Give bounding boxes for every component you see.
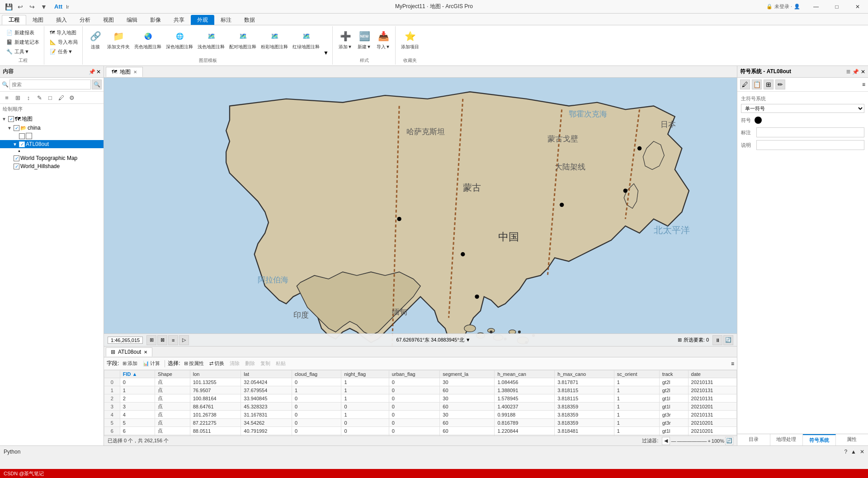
tool-btn[interactable]: 🔧 工具▼: [5, 47, 41, 56]
tab-symbology[interactable]: 符号系统: [803, 434, 836, 445]
table-row[interactable]: 22点100.8816433.940845010301.5789453.8181…: [104, 394, 737, 403]
import-map-btn[interactable]: 🗺 导入地图: [48, 28, 80, 37]
layer-item-topo[interactable]: World Topographic Map: [0, 154, 104, 162]
pin-icon[interactable]: 📌: [89, 69, 95, 75]
pause-btn[interactable]: ⏸: [712, 335, 722, 345]
tab-labeling[interactable]: 标注: [214, 15, 238, 25]
col-lat[interactable]: lat: [241, 370, 292, 378]
tab-view[interactable]: 视图: [97, 15, 120, 25]
map-canvas[interactable]: 蒙古戈壁 哈萨克斯坦 蒙古 大陆架线 中国 北太平洋 日本 阿拉伯海 印度 缅甸…: [104, 78, 737, 346]
symbol-tool1[interactable]: 🖊: [740, 80, 750, 89]
attr-tab-close[interactable]: ✕: [144, 350, 147, 355]
dark-map-btn[interactable]: 🌐 深色地图注释: [164, 28, 195, 57]
undo-btn[interactable]: ↩: [15, 2, 25, 12]
symbol-dot-preview[interactable]: [755, 117, 762, 124]
col-h-max[interactable]: h_max_cano: [555, 370, 614, 378]
tab-insert[interactable]: 插入: [50, 15, 73, 25]
col-segment-la[interactable]: segment_la: [440, 370, 495, 378]
task-btn[interactable]: 📝 任务▼: [48, 47, 80, 56]
import-style-btn[interactable]: 📥 导入▼: [374, 28, 392, 57]
tab-share[interactable]: 共享: [167, 15, 191, 25]
attr-data-table[interactable]: FID ▲ Shape lon lat cloud_flag night_fla…: [104, 370, 737, 436]
tab-appearance[interactable]: 外观: [191, 15, 214, 25]
layer-checkbox-china[interactable]: [14, 125, 19, 131]
group-btn[interactable]: □: [45, 93, 55, 103]
forward-btn[interactable]: ▷: [179, 335, 189, 345]
redgreen-map-btn[interactable]: 🗺️ 红绿地图注释: [291, 28, 321, 57]
minimize-button[interactable]: —: [806, 0, 826, 13]
layer-checkbox-topo[interactable]: [14, 155, 19, 161]
expand-icon-atl[interactable]: ▼: [13, 142, 18, 147]
search-input[interactable]: [9, 80, 91, 89]
tab-project[interactable]: 工程: [2, 15, 26, 25]
table-row[interactable]: 66点88.051140.791992000601.2208443.818481…: [104, 427, 737, 435]
redo-btn[interactable]: ↪: [27, 2, 37, 12]
tab-properties[interactable]: 属性: [836, 434, 868, 445]
scale-selector[interactable]: 1:46,265,015: [108, 337, 143, 344]
add-folder-btn[interactable]: 📁 添加文件夹: [105, 28, 132, 57]
attr-tab-atl[interactable]: ⊞ ATL08out ✕: [106, 347, 152, 356]
col-h-mean[interactable]: h_mean_can: [495, 370, 555, 378]
symbol-menu[interactable]: ≡: [862, 81, 865, 88]
col-date[interactable]: date: [688, 370, 736, 378]
tab-geoprocessing[interactable]: 地理处理: [770, 434, 803, 445]
table-row[interactable]: 11点76.950737.679554110601.3880913.818115…: [104, 386, 737, 394]
table-view-btn[interactable]: ⊞: [13, 93, 23, 103]
tab-analysis[interactable]: 分析: [73, 15, 97, 25]
tab-data[interactable]: 数据: [238, 15, 261, 25]
copy-btn[interactable]: 复制: [259, 360, 272, 367]
tab-edit[interactable]: 编辑: [120, 15, 144, 25]
search-button[interactable]: 🔍: [92, 80, 102, 89]
zoom-extent-btn[interactable]: ⊠: [157, 335, 167, 345]
sidebar-close-icon[interactable]: ✕: [96, 69, 101, 75]
add-style-btn[interactable]: ➕ 添加▼: [336, 28, 354, 57]
delete-btn[interactable]: 删除: [243, 360, 257, 367]
add-layer-btn[interactable]: ✎: [34, 93, 44, 103]
col-lon[interactable]: lon: [190, 370, 241, 378]
refresh-table-btn[interactable]: 🔄: [725, 437, 733, 445]
switch-selection-btn[interactable]: ⇄ 切换: [208, 360, 226, 367]
symbol-tool4[interactable]: ✏: [775, 80, 785, 89]
table-row[interactable]: 55点87.22127534.54262000600.8167893.81835…: [104, 419, 737, 427]
col-night-flag[interactable]: night_flag: [341, 370, 389, 378]
right-panel-close[interactable]: ✕: [861, 69, 865, 75]
layer-item-empty[interactable]: [0, 132, 104, 140]
new-notebook-btn[interactable]: 📓 新建笔记本: [5, 37, 41, 47]
symbol-tool2[interactable]: 📋: [752, 80, 762, 89]
select-by-attr-btn[interactable]: ⊞ 按属性: [182, 360, 206, 367]
calc-btn[interactable]: 📊 计算: [141, 360, 162, 367]
help-btn[interactable]: ?: [844, 449, 847, 455]
layer-item-china[interactable]: ▼ 📂 china: [0, 124, 104, 132]
desc-input[interactable]: [756, 140, 864, 150]
light2-map-btn[interactable]: 🗺️ 浅色地图注释: [196, 28, 226, 57]
more-btn[interactable]: ⚙: [67, 93, 77, 103]
connect-btn[interactable]: 🔗 连接: [86, 28, 104, 57]
table-row[interactable]: 33点88.6476145.328323000601.4002373.81835…: [104, 403, 737, 411]
col-sc-orient[interactable]: sc_orient: [614, 370, 659, 378]
new-style-btn[interactable]: 🆕 新建▼: [355, 28, 373, 57]
filter-layer-btn[interactable]: 🖊: [56, 93, 66, 103]
tab-imagery[interactable]: 影像: [144, 15, 167, 25]
col-track[interactable]: track: [659, 370, 688, 378]
maximize-button[interactable]: □: [826, 0, 847, 13]
import-layout-btn[interactable]: 📐 导入布局: [48, 37, 80, 47]
layer-checkbox-hillshade[interactable]: [14, 164, 19, 169]
col-cloud-flag[interactable]: cloud_flag: [292, 370, 341, 378]
paired-map-btn[interactable]: 🗺️ 配对地图注释: [227, 28, 258, 57]
col-fid[interactable]: FID ▲: [120, 370, 155, 378]
col-shape[interactable]: Shape: [155, 370, 190, 378]
tab-map[interactable]: 地图: [26, 15, 50, 25]
layer-checkbox-empty[interactable]: [19, 133, 25, 139]
tab-catalog[interactable]: 目录: [737, 434, 770, 445]
expand-icon[interactable]: ▼: [2, 117, 7, 122]
symbol-tool3[interactable]: ⊞: [764, 80, 774, 89]
list-view-btn[interactable]: ≡: [2, 93, 12, 103]
layer-checkbox-map[interactable]: [8, 116, 14, 122]
zoom-in-btn[interactable]: ⊞: [146, 335, 156, 345]
paste-btn[interactable]: 粘贴: [274, 360, 288, 367]
col-urban-flag[interactable]: urban_flag: [389, 370, 440, 378]
layer-item-map[interactable]: ▼ 🗺 地图: [0, 114, 104, 124]
layer-item-atl08out[interactable]: ▼ ATL08out: [0, 140, 104, 148]
symbol-type-select[interactable]: 单一符号唯一值分级色彩分级符号: [741, 104, 864, 113]
expand-icon-china[interactable]: ▼: [7, 126, 13, 131]
